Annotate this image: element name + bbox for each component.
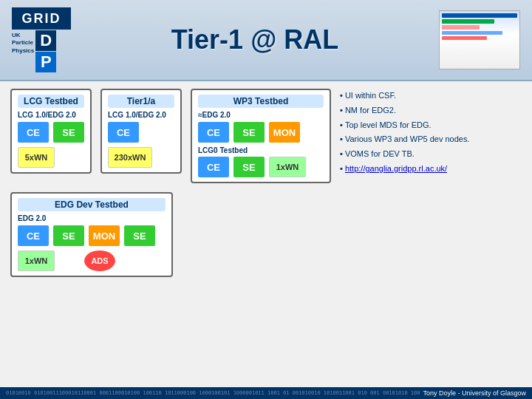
thumb-bar-5 bbox=[442, 36, 487, 40]
uk-particle-physics: UK Particle Physics bbox=[12, 30, 34, 72]
edg-se2-box: SE bbox=[124, 225, 155, 246]
lcg-testbed-box: LCG Testbed LCG 1.0/EDG 2.0 CE SE 5xWN bbox=[10, 89, 92, 174]
info-item-3: Top level MDS for EDG. bbox=[340, 118, 522, 133]
thumb-bar-1 bbox=[442, 13, 517, 18]
top-sections-row: LCG Testbed LCG 1.0/EDG 2.0 CE SE 5xWN T… bbox=[10, 89, 522, 183]
edg-dev-version: EDG 2.0 bbox=[18, 214, 166, 222]
tier1a-box: Tier1/a LCG 1.0/EDG 2.0 CE 230xWN bbox=[100, 89, 182, 174]
lcg0-se-box: SE bbox=[233, 157, 265, 177]
thumb-content bbox=[440, 11, 519, 69]
grid-logo-top: GRID bbox=[12, 7, 71, 30]
wp3-ce-box: CE bbox=[198, 122, 229, 143]
wp3-mon-box: MON bbox=[269, 122, 300, 143]
lcg-ce-box: CE bbox=[18, 122, 49, 143]
wp3-node-row: CE SE MON bbox=[198, 122, 324, 143]
edg-se-box: SE bbox=[53, 225, 84, 246]
tier1a-wn-box: 230xWN bbox=[108, 147, 152, 168]
binary-strip: 01010010 01010011100010110001 0001100010… bbox=[6, 390, 423, 396]
main-content: LCG Testbed LCG 1.0/EDG 2.0 CE SE 5xWN T… bbox=[0, 81, 532, 284]
logo-p: P bbox=[35, 52, 56, 72]
screenshot-thumbnail bbox=[439, 10, 520, 69]
lcg-wn-row: 5xWN bbox=[18, 147, 84, 168]
info-item-4: Various WP3 and WP5 dev nodes. bbox=[340, 132, 522, 147]
lcg-version: LCG 1.0/EDG 2.0 bbox=[18, 111, 84, 119]
edg-dev-node-row: CE SE MON SE bbox=[18, 225, 166, 246]
tier1a-version: LCG 1.0/EDG 2.0 bbox=[108, 111, 174, 119]
info-list: UI within CSF. NM for EDG2. Top level MD… bbox=[340, 89, 522, 177]
edg-wn-ads-row: 1xWN ADS bbox=[18, 250, 166, 271]
thumb-bar-4 bbox=[442, 31, 502, 35]
info-item-1: UI within CSF. bbox=[340, 89, 522, 103]
logo-d: D bbox=[35, 30, 56, 51]
tier1a-wn-row: 230xWN bbox=[108, 147, 174, 168]
footer: 01010010 01010011100010110001 0001100010… bbox=[0, 387, 532, 399]
edg-ads-box: ADS bbox=[84, 250, 115, 271]
title-area: Tier-1 @ RAL bbox=[71, 24, 439, 55]
edg-mon-box: MON bbox=[89, 225, 120, 246]
edg-wn-box: 1xWN bbox=[18, 250, 55, 271]
header: GRID UK Particle Physics D P Tier-1 @ RA… bbox=[0, 0, 532, 81]
wp3-version: ≈EDG 2.0 bbox=[198, 111, 324, 119]
info-item-2: NM for EDG2. bbox=[340, 103, 522, 118]
edg-dev-testbed-box: EDG Dev Testbed EDG 2.0 CE SE MON SE 1xW… bbox=[10, 192, 173, 277]
wp3-se-box: SE bbox=[233, 122, 265, 143]
lcg0-node-row: CE SE 1xWN bbox=[198, 157, 324, 177]
lcg-node-row: CE SE bbox=[18, 122, 84, 143]
tier1a-title: Tier1/a bbox=[108, 95, 174, 108]
lcg0-ce-box: CE bbox=[198, 157, 229, 177]
edg-dev-title: EDG Dev Testbed bbox=[18, 198, 166, 211]
tier1a-ce-box: CE bbox=[108, 122, 139, 143]
lcg-wn-box: 5xWN bbox=[18, 147, 55, 168]
bottom-row: EDG Dev Testbed EDG 2.0 CE SE MON SE 1xW… bbox=[10, 192, 522, 277]
thumb-bar-2 bbox=[442, 19, 494, 24]
lcg-testbed-title: LCG Testbed bbox=[18, 95, 84, 108]
lcg0-subtitle: LCG0 Testbed bbox=[198, 146, 324, 154]
lcg0-wn-box: 1xWN bbox=[269, 157, 306, 177]
info-item-6: http://ganglia.gridpp.rl.ac.uk/ bbox=[340, 162, 522, 177]
lcg-se-box: SE bbox=[53, 122, 84, 143]
edg-ce-box: CE bbox=[18, 225, 49, 246]
logo-area: GRID UK Particle Physics D P bbox=[12, 7, 71, 72]
info-panel: UI within CSF. NM for EDG2. Top level MD… bbox=[340, 89, 522, 177]
info-item-5: VOMS for DEV TB. bbox=[340, 147, 522, 162]
footer-author: Tony Doyle - University of Glasgow bbox=[423, 389, 526, 397]
wp3-title: WP3 Testbed bbox=[198, 95, 324, 108]
tier1a-node-row: CE bbox=[108, 122, 174, 143]
thumb-bar-3 bbox=[442, 25, 480, 30]
main-title: Tier-1 @ RAL bbox=[71, 24, 439, 55]
wp3-testbed-box: WP3 Testbed ≈EDG 2.0 CE SE MON LCG0 Test… bbox=[191, 89, 331, 183]
